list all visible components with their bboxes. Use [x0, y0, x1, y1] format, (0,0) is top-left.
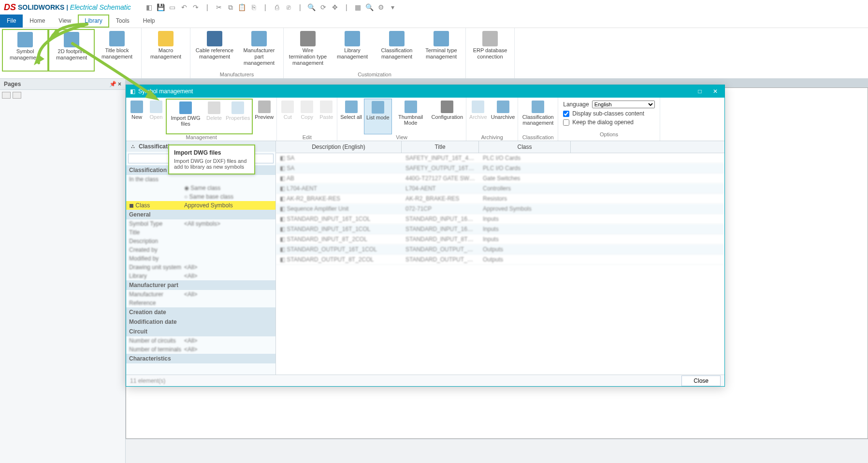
table-row[interactable]: ◧ STANDARD_OUTPUT_16T_1COLSTANDARD_OUTPU… — [276, 245, 724, 255]
qat-copy-icon[interactable]: ⧉ — [227, 3, 234, 11]
filter-section-mod-date[interactable]: Modification date — [126, 317, 275, 327]
filter-row[interactable]: Created by — [126, 246, 275, 254]
filter-row[interactable]: Title — [126, 228, 275, 237]
table-row[interactable]: ◧ AK-R2_BRAKE-RESAK-R2_BRAKE-RESResistor… — [276, 194, 724, 204]
filter-row-class[interactable]: ◼ ClassApproved Symbols — [126, 201, 275, 210]
col-class[interactable]: Class — [479, 141, 571, 153]
properties-button[interactable]: Properties — [224, 100, 252, 133]
new-button[interactable]: New — [127, 99, 146, 134]
wire-term-button[interactable]: Wire termination type management — [286, 29, 330, 72]
qat-cut-icon[interactable]: ✂ — [215, 3, 223, 11]
filter-row[interactable]: Manufacturer<All> — [126, 290, 275, 299]
title-bar: DS SOLIDWORKS | Electrical Schematic ◧ 💾… — [0, 0, 868, 14]
filter-section-general[interactable]: General — [126, 210, 275, 219]
filter-row[interactable]: Modified by — [126, 254, 275, 263]
select-all-button[interactable]: Select all — [338, 99, 364, 134]
qat-search-icon[interactable]: 🔍 — [308, 3, 316, 11]
filter-row[interactable]: Symbol Type<All symbols> — [126, 219, 275, 228]
close-dialog-button[interactable]: Close — [681, 376, 721, 386]
list-mode-button[interactable]: List mode — [364, 99, 392, 134]
import-dwg-button[interactable]: Import DWG files — [167, 100, 204, 133]
filter-row: In the class — [126, 175, 275, 184]
menu-tools[interactable]: Tools — [109, 14, 136, 28]
qat-undo-icon[interactable]: ↶ — [180, 3, 188, 11]
page-thumb-1[interactable] — [2, 92, 11, 99]
list-mode-icon — [372, 101, 384, 114]
filter-row[interactable]: Drawing unit system<All> — [126, 263, 275, 272]
unarchive-button[interactable]: Unarchive — [489, 99, 517, 134]
table-row[interactable]: ◧ STANDARD_OUTPUT_8T_2COLSTANDARD_OUTPUT… — [276, 255, 724, 265]
filter-section-creation-date[interactable]: Creation date — [126, 307, 275, 317]
preview-button[interactable]: Preview — [253, 99, 275, 134]
table-row[interactable]: ◧ STANDARD_INPUT_8T_2COLSTANDARD_INPUT_8… — [276, 234, 724, 245]
table-row[interactable]: ◧ STANDARD_INPUT_16T_1COLSTANDARD_INPUT_… — [276, 224, 724, 234]
filter-row[interactable]: Number of circuits<All> — [126, 336, 275, 345]
col-description[interactable]: Description (English) — [276, 141, 402, 153]
classification-mgmt-button[interactable]: Classification management — [375, 29, 419, 72]
footprint-management-button[interactable]: 2D footprint management — [48, 29, 95, 72]
page-thumb-2[interactable] — [13, 92, 21, 99]
erp-db-button[interactable]: ERP database connection — [468, 29, 512, 72]
menu-file[interactable]: File — [0, 14, 23, 28]
qat-redo-icon[interactable]: ↷ — [192, 3, 200, 11]
close-button[interactable]: ✕ — [710, 88, 721, 95]
qat-new-icon[interactable]: ◧ — [145, 3, 153, 11]
qat-sep: | — [296, 3, 304, 11]
qat-preview-icon[interactable]: ⎚ — [285, 3, 292, 11]
qat-print-icon[interactable]: ⎙ — [273, 3, 281, 11]
qat-paste-icon[interactable]: 📋 — [238, 3, 246, 11]
cell-class: Inputs — [479, 224, 571, 234]
menu-view[interactable]: View — [52, 14, 78, 28]
cable-ref-button[interactable]: Cable reference management — [192, 29, 237, 72]
table-row[interactable]: ◧ SASAFETY_INPUT_16T_4COLPLC I/O Cards — [276, 153, 724, 163]
library-mgmt-button[interactable]: Library management — [330, 29, 375, 72]
cell-desc: ◧ SA — [276, 153, 402, 163]
mfr-part-button[interactable]: Manufacturer part management — [237, 29, 281, 72]
configuration-button[interactable]: Configuration — [430, 99, 465, 134]
table-row[interactable]: ◧ Sequence Amplifier Unit072-71CPApprove… — [276, 204, 724, 214]
terminal-type-button[interactable]: Terminal type management — [419, 29, 463, 72]
filter-row[interactable]: Library<All> — [126, 272, 275, 280]
qat-paste-special-icon[interactable]: ⎘ — [250, 3, 258, 11]
qat-refresh-icon[interactable]: ⟳ — [319, 3, 327, 11]
filter-row[interactable]: Reference — [126, 299, 275, 307]
qat-zoom-icon[interactable]: 🔍 — [366, 3, 374, 11]
table-row[interactable]: ◧ L704-AENTL704-AENTControllers — [276, 184, 724, 194]
filter-section-mfr[interactable]: Manufacturer part — [126, 280, 275, 290]
table-row[interactable]: ◧ STANDARD_INPUT_16T_1COLSTANDARD_INPUT_… — [276, 214, 724, 224]
copy-button[interactable]: Copy — [297, 99, 317, 134]
table-row[interactable]: ◧ AB440G-T27127 GATE SWITCHGate Switches — [276, 174, 724, 184]
classif-mgmt-button[interactable]: Classification management — [519, 99, 557, 134]
qat-grid-icon[interactable]: ▦ — [354, 3, 362, 11]
qat-dropdown-icon[interactable]: ▾ — [389, 3, 397, 11]
paste-button[interactable]: Paste — [317, 99, 336, 134]
pin-icon[interactable]: 📌 — [109, 81, 116, 87]
col-title[interactable]: Title — [402, 141, 479, 153]
archive-button[interactable]: Archive — [467, 99, 489, 134]
qat-move-icon[interactable]: ✥ — [331, 3, 339, 11]
display-sub-checkbox[interactable] — [563, 111, 569, 117]
filter-section-characteristics[interactable]: Characteristics — [126, 354, 275, 363]
delete-button[interactable]: Delete — [204, 100, 224, 133]
symbol-management-button[interactable]: Symbol management — [2, 29, 48, 72]
open-button[interactable]: Open — [146, 99, 166, 134]
maximize-button[interactable]: □ — [694, 88, 705, 95]
qat-save-icon[interactable]: 💾 — [157, 3, 165, 11]
macro-management-button[interactable]: Macro management — [144, 29, 188, 72]
menu-help[interactable]: Help — [136, 14, 162, 28]
qat-open-icon[interactable]: ▭ — [169, 3, 176, 11]
cut-button[interactable]: Cut — [278, 99, 297, 134]
qat-settings-icon[interactable]: ⚙ — [377, 3, 385, 11]
titleblock-management-button[interactable]: Title block management — [95, 29, 139, 72]
keep-open-checkbox[interactable] — [563, 119, 569, 126]
thumbnail-mode-button[interactable]: Thumbnail Mode — [392, 99, 430, 134]
menu-home[interactable]: Home — [23, 14, 52, 28]
close-icon[interactable]: × — [118, 81, 121, 87]
filter-row[interactable]: Description — [126, 237, 275, 246]
dialog-title-bar[interactable]: ◧ Symbol management □ ✕ — [126, 85, 724, 98]
language-select[interactable]: English — [592, 101, 655, 108]
table-row[interactable]: ◧ SASAFETY_OUTPUT_16T_4C…PLC I/O Cards — [276, 163, 724, 174]
menu-library[interactable]: Library — [78, 14, 109, 28]
filter-section-circuit[interactable]: Circuit — [126, 327, 275, 336]
filter-row[interactable]: Number of terminals<All> — [126, 345, 275, 354]
